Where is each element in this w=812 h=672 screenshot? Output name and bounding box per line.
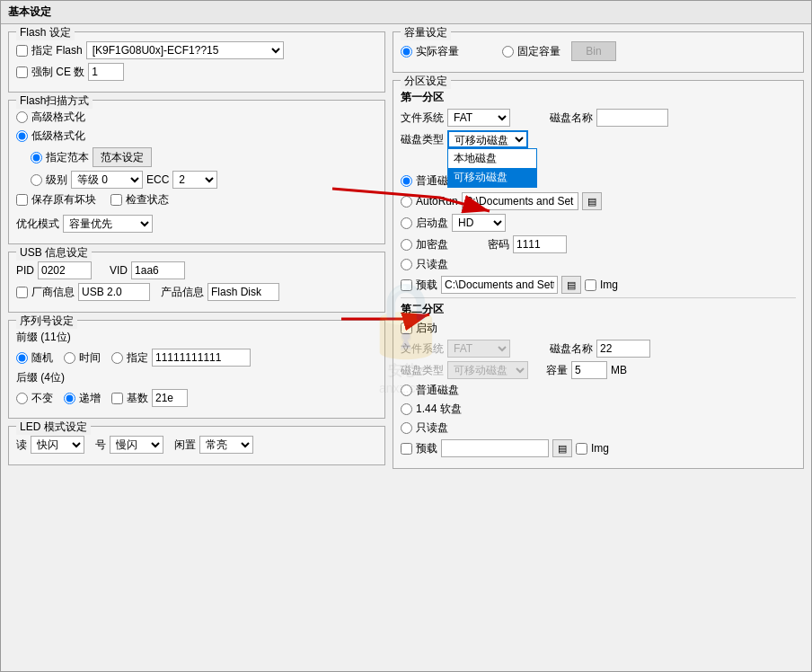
bin-btn[interactable]: Bin bbox=[571, 41, 616, 61]
product-input[interactable]: Flash Disk bbox=[207, 283, 279, 301]
readonly2-radio[interactable] bbox=[401, 422, 412, 434]
disk-name-label: 磁盘名称 bbox=[550, 111, 593, 126]
window-title: 基本设定 bbox=[8, 5, 51, 18]
normal-disk2-label: 普通磁盘 bbox=[416, 383, 459, 398]
random-label: 随机 bbox=[31, 350, 53, 366]
optimize-label: 优化模式 bbox=[16, 217, 59, 232]
preload2-browse-btn[interactable]: ▤ bbox=[552, 439, 572, 457]
floppy-radio[interactable] bbox=[401, 403, 412, 415]
increment-label: 递增 bbox=[79, 391, 101, 406]
normal-disk2-radio[interactable] bbox=[401, 385, 412, 396]
usb-info-title: USB 信息设定 bbox=[16, 245, 92, 261]
idle-select[interactable]: 常亮 bbox=[199, 436, 253, 454]
capacity-group: 容量设定 实际容量 固定容量 Bin bbox=[393, 31, 804, 73]
high-format-radio[interactable] bbox=[16, 111, 28, 123]
check-status-checkbox[interactable] bbox=[110, 194, 122, 206]
preload2-img-label: Img bbox=[591, 442, 609, 455]
flash-scan-title: Flash扫描方式 bbox=[16, 93, 93, 109]
readonly-radio[interactable] bbox=[401, 259, 412, 270]
product-label: 产品信息 bbox=[161, 285, 204, 300]
specify-flash-label: 指定 Flash bbox=[31, 43, 83, 58]
local-disk-option[interactable]: 本地磁盘 bbox=[448, 149, 536, 168]
mb-label: MB bbox=[611, 364, 627, 376]
specify-prefix-radio[interactable] bbox=[111, 352, 123, 364]
boot2-checkbox[interactable] bbox=[401, 323, 412, 334]
boot-disk-label: 启动盘 bbox=[416, 216, 448, 231]
fs2-label: 文件系统 bbox=[401, 341, 444, 357]
preload-checkbox[interactable] bbox=[401, 279, 412, 291]
encrypt-radio[interactable] bbox=[401, 239, 412, 251]
password-label: 密码 bbox=[488, 237, 509, 252]
preload2-path-input[interactable] bbox=[441, 439, 549, 457]
boot-disk-radio[interactable] bbox=[401, 217, 412, 229]
no-change-label: 不变 bbox=[31, 391, 53, 406]
vid-input[interactable]: 1aa6 bbox=[131, 261, 185, 279]
suffix-label: 后缀 (4位) bbox=[16, 370, 65, 385]
autorun-path-input[interactable]: C:\Documents and Set bbox=[462, 192, 578, 210]
disk-name-input[interactable] bbox=[596, 109, 668, 127]
vendor-input[interactable]: USB 2.0 bbox=[78, 283, 150, 301]
flash-settings-group: Flash 设定 指定 Flash [K9F1G08U0x]-ECF1??15 … bbox=[8, 31, 385, 93]
write-select[interactable]: 慢闪 bbox=[110, 436, 163, 454]
level-select[interactable]: 等级 0 bbox=[71, 171, 143, 189]
password-input[interactable]: 1111 bbox=[513, 235, 567, 253]
fixed-capacity-radio[interactable] bbox=[502, 46, 514, 57]
actual-capacity-radio[interactable] bbox=[401, 46, 412, 57]
disk-type-select[interactable]: 可移动磁盘 bbox=[447, 130, 528, 148]
preload-img-checkbox[interactable] bbox=[585, 279, 596, 291]
autorun-browse-btn[interactable]: ▤ bbox=[582, 192, 602, 210]
preload-browse-btn[interactable]: ▤ bbox=[561, 276, 581, 294]
low-format-radio[interactable] bbox=[16, 130, 28, 142]
serial-group: 序列号设定 前缀 (11位) 随机 时间 指定 11111111111 bbox=[8, 320, 385, 419]
fs2-select[interactable]: FAT bbox=[447, 340, 510, 358]
force-ce-input[interactable]: 1 bbox=[88, 63, 124, 81]
autorun-radio[interactable] bbox=[401, 196, 412, 208]
suffix-input[interactable]: 21e bbox=[152, 389, 188, 407]
low-format-label: 低级格式化 bbox=[31, 128, 85, 144]
specify-sample-radio[interactable] bbox=[31, 152, 42, 164]
specify-sample-label: 指定范本 bbox=[46, 150, 89, 165]
sample-settings-btn[interactable]: 范本设定 bbox=[93, 147, 152, 167]
time-radio[interactable] bbox=[64, 352, 75, 364]
level-radio[interactable] bbox=[31, 174, 42, 186]
ecc-label: ECC bbox=[146, 173, 169, 186]
vendor-info-checkbox[interactable] bbox=[16, 287, 28, 298]
autorun-label: AutoRun bbox=[416, 195, 458, 208]
preload-label: 预载 bbox=[416, 278, 437, 293]
fs-select[interactable]: FAT bbox=[447, 109, 510, 127]
disk-type2-select[interactable]: 可移动磁盘 bbox=[447, 361, 528, 379]
preload2-checkbox[interactable] bbox=[401, 443, 412, 455]
no-change-radio[interactable] bbox=[16, 393, 28, 404]
increment-radio[interactable] bbox=[64, 393, 75, 404]
ecc-select[interactable]: 2 bbox=[172, 171, 217, 189]
force-ce-checkbox[interactable] bbox=[16, 66, 28, 78]
boot-disk-select[interactable]: HD bbox=[452, 214, 506, 232]
preload2-img-checkbox[interactable] bbox=[576, 443, 587, 455]
disk-name2-input[interactable]: 22 bbox=[596, 340, 650, 358]
usb-info-group: USB 信息设定 PID 0202 VID 1aa6 厂商信息 USB 2.0 … bbox=[8, 252, 385, 313]
specify-flash-checkbox[interactable] bbox=[16, 45, 28, 57]
removable-disk-option[interactable]: 可移动磁盘 bbox=[448, 168, 536, 187]
right-panel: 容量设定 实际容量 固定容量 Bin 分区设定 bbox=[393, 31, 804, 476]
read-select[interactable]: 快闪 bbox=[31, 436, 84, 454]
specify-prefix-label: 指定 bbox=[127, 350, 148, 366]
specify-flash-select[interactable]: [K9F1G08U0x]-ECF1??15 bbox=[86, 41, 284, 59]
flash-settings-title: Flash 设定 bbox=[16, 25, 75, 40]
pid-input[interactable]: 0202 bbox=[38, 261, 92, 279]
random-radio[interactable] bbox=[16, 352, 28, 364]
keep-bad-checkbox[interactable] bbox=[16, 194, 28, 206]
disk-type-dropdown-container: 可移动磁盘 本地磁盘 可移动磁盘 bbox=[447, 130, 528, 148]
normal-disk-radio[interactable] bbox=[401, 175, 412, 187]
write-label: 号 bbox=[95, 438, 106, 453]
capacity-title: 容量设定 bbox=[401, 25, 451, 40]
base-checkbox[interactable] bbox=[111, 393, 123, 404]
flash-scan-group: Flash扫描方式 高级格式化 低级格式化 指定范本 范本设定 bbox=[8, 100, 385, 244]
fs-label: 文件系统 bbox=[401, 111, 444, 126]
optimize-select[interactable]: 容量优先 bbox=[63, 215, 153, 233]
capacity2-label: 容量 bbox=[546, 363, 568, 378]
keep-bad-label: 保存原有坏块 bbox=[31, 192, 96, 208]
capacity2-input[interactable]: 5 bbox=[571, 361, 607, 379]
partition-group: 分区设定 第一分区 文件系统 FAT 磁盘名称 磁盘类型 bbox=[393, 80, 804, 469]
preload-path-input[interactable]: C:\Documents and Settir bbox=[441, 276, 558, 294]
prefix-input[interactable]: 11111111111 bbox=[152, 349, 251, 367]
